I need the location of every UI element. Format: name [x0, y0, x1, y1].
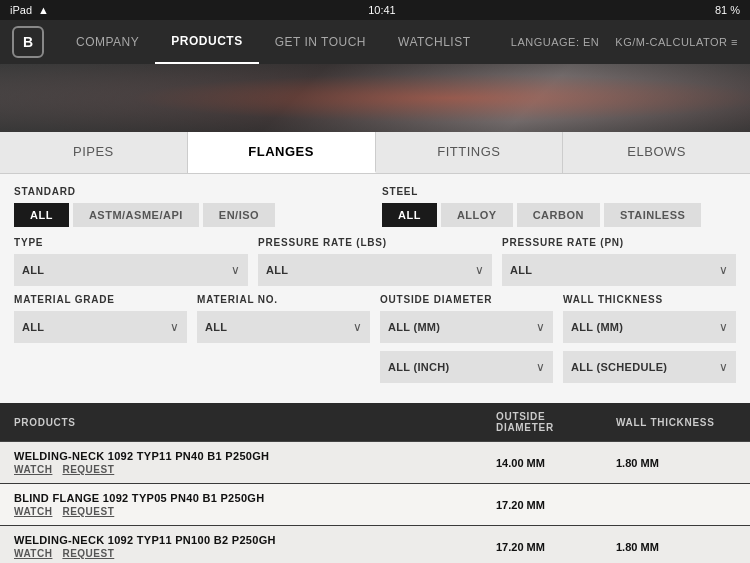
- nav-item-products[interactable]: PRODUCTS: [155, 20, 258, 64]
- material-grade-label: MATERIAL GRADE: [14, 294, 187, 305]
- product-actions-2: WATCH REQUEST: [14, 506, 496, 517]
- standard-buttons: ALL ASTM/ASME/API EN/ISO: [14, 203, 368, 227]
- nav-item-watchlist[interactable]: WATCHLIST: [382, 20, 487, 64]
- outside-diameter-group: OUTSIDE DIAMETER ALL (MM) ∨: [380, 294, 553, 343]
- diameter-2: 17.20 MM: [496, 499, 616, 511]
- row-product-1: WELDING-NECK 1092 TYP11 PN40 B1 P250GH W…: [14, 450, 496, 475]
- watch-btn-3[interactable]: WATCH: [14, 548, 52, 559]
- watch-btn-1[interactable]: WATCH: [14, 464, 52, 475]
- brand-logo[interactable]: B: [12, 26, 44, 58]
- wall-thickness-group: WALL THICKNESS ALL (MM) ∨: [563, 294, 736, 343]
- pressure-lbs-select-wrapper[interactable]: ALL ∨: [258, 254, 492, 286]
- tab-pipes[interactable]: PIPES: [0, 132, 188, 173]
- products-table: PRODUCTS OUTSIDE DIAMETER WALL THICKNESS…: [0, 403, 750, 563]
- nav-bar: B COMPANY PRODUCTS GET IN TOUCH WATCHLIS…: [0, 20, 750, 64]
- steel-label: STEEL: [382, 186, 736, 197]
- standard-label: STANDARD: [14, 186, 368, 197]
- outside-diameter-mm-select[interactable]: ALL (MM): [388, 321, 545, 333]
- row-product-2: BLIND FLANGE 1092 TYP05 PN40 B1 P250GH W…: [14, 492, 496, 517]
- material-grade-select[interactable]: ALL: [22, 321, 179, 333]
- tab-fittings[interactable]: FITTINGS: [376, 132, 564, 173]
- status-bar: iPad ▲ 10:41 81 %: [0, 0, 750, 20]
- standard-eniso-btn[interactable]: EN/ISO: [203, 203, 275, 227]
- steel-alloy-btn[interactable]: ALLOY: [441, 203, 513, 227]
- th-products: PRODUCTS: [14, 417, 496, 428]
- nav-item-get-in-touch[interactable]: GET IN TOUCH: [259, 20, 382, 64]
- material-no-group: MATERIAL NO. ALL ∨: [197, 294, 370, 343]
- type-label: TYPE: [14, 237, 248, 248]
- product-actions-3: WATCH REQUEST: [14, 548, 496, 559]
- pressure-pn-select-wrapper[interactable]: ALL ∨: [502, 254, 736, 286]
- steel-buttons: ALL ALLOY CARBON STAINLESS: [382, 203, 736, 227]
- steel-filter: STEEL ALL ALLOY CARBON STAINLESS: [382, 186, 736, 227]
- outside-diameter-mm-wrapper[interactable]: ALL (MM) ∨: [380, 311, 553, 343]
- standard-astm-btn[interactable]: ASTM/ASME/API: [73, 203, 199, 227]
- nav-items: COMPANY PRODUCTS GET IN TOUCH WATCHLIST: [60, 20, 511, 64]
- outside-diameter-inch-select[interactable]: ALL (INCH): [388, 361, 545, 373]
- nav-item-company[interactable]: COMPANY: [60, 20, 155, 64]
- pressure-lbs-select[interactable]: ALL: [266, 264, 484, 276]
- wall-thickness-schedule-wrapper[interactable]: ALL (SCHEDULE) ∨: [563, 351, 736, 383]
- th-wall-thickness: WALL THICKNESS: [616, 417, 736, 428]
- material-no-label: MATERIAL NO.: [197, 294, 370, 305]
- steel-stainless-btn[interactable]: STAINLESS: [604, 203, 701, 227]
- watch-btn-2[interactable]: WATCH: [14, 506, 52, 517]
- row-product-3: WELDING-NECK 1092 TYP11 PN100 B2 P250GH …: [14, 534, 496, 559]
- th-diameter: OUTSIDE DIAMETER: [496, 411, 616, 433]
- wifi-icon: ▲: [38, 4, 49, 16]
- standard-steel-row: STANDARD ALL ASTM/ASME/API EN/ISO STEEL …: [14, 186, 736, 227]
- time-label: 10:41: [368, 4, 396, 16]
- wall-thickness-mm-select[interactable]: ALL (MM): [571, 321, 728, 333]
- diameter-3: 17.20 MM: [496, 541, 616, 553]
- spacer2: [197, 351, 370, 383]
- wall-3: 1.80 MM: [616, 541, 736, 553]
- table-row: WELDING-NECK 1092 TYP11 PN100 B2 P250GH …: [0, 526, 750, 563]
- spacer1: [14, 351, 187, 383]
- request-btn-2[interactable]: REQUEST: [62, 506, 114, 517]
- tab-flanges[interactable]: FLANGES: [188, 132, 376, 173]
- product-name-3: WELDING-NECK 1092 TYP11 PN100 B2 P250GH: [14, 534, 496, 546]
- outside-diameter-inch-wrapper[interactable]: ALL (INCH) ∨: [380, 351, 553, 383]
- request-btn-1[interactable]: REQUEST: [62, 464, 114, 475]
- pressure-pn-select[interactable]: ALL: [510, 264, 728, 276]
- table-header: PRODUCTS OUTSIDE DIAMETER WALL THICKNESS: [0, 403, 750, 442]
- material-grade-select-wrapper[interactable]: ALL ∨: [14, 311, 187, 343]
- material-grade-group: MATERIAL GRADE ALL ∨: [14, 294, 187, 343]
- type-select[interactable]: ALL: [22, 264, 240, 276]
- product-name-2: BLIND FLANGE 1092 TYP05 PN40 B1 P250GH: [14, 492, 496, 504]
- nav-right: LANGUAGE: EN KG/M-CALCULATOR ≡: [511, 36, 738, 48]
- device-label: iPad: [10, 4, 32, 16]
- request-btn-3[interactable]: REQUEST: [62, 548, 114, 559]
- standard-all-btn[interactable]: ALL: [14, 203, 69, 227]
- product-tabs: PIPES FLANGES FITTINGS ELBOWS: [0, 132, 750, 174]
- diameter-1: 14.00 MM: [496, 457, 616, 469]
- type-filter-group: TYPE ALL ∨: [14, 237, 248, 286]
- pressure-pn-label: PRESSURE RATE (PN): [502, 237, 736, 248]
- pressure-lbs-filter-group: PRESSURE RATE (LBS) ALL ∨: [258, 237, 492, 286]
- table-row: WELDING-NECK 1092 TYP11 PN40 B1 P250GH W…: [0, 442, 750, 484]
- outside-diameter-label: OUTSIDE DIAMETER: [380, 294, 553, 305]
- hero-image: [0, 64, 750, 132]
- status-right: 81 %: [715, 4, 740, 16]
- steel-carbon-btn[interactable]: CARBON: [517, 203, 600, 227]
- material-no-select[interactable]: ALL: [205, 321, 362, 333]
- table-row: BLIND FLANGE 1092 TYP05 PN40 B1 P250GH W…: [0, 484, 750, 526]
- battery-label: 81 %: [715, 4, 740, 16]
- wall-thickness-schedule-group: ALL (SCHEDULE) ∨: [563, 351, 736, 383]
- pressure-lbs-label: PRESSURE RATE (LBS): [258, 237, 492, 248]
- wall-thickness-schedule-select[interactable]: ALL (SCHEDULE): [571, 361, 728, 373]
- wall-1: 1.80 MM: [616, 457, 736, 469]
- material-no-select-wrapper[interactable]: ALL ∨: [197, 311, 370, 343]
- filters-panel: STANDARD ALL ASTM/ASME/API EN/ISO STEEL …: [0, 174, 750, 403]
- kg-calculator[interactable]: KG/M-CALCULATOR ≡: [615, 36, 738, 48]
- status-left: iPad ▲: [10, 4, 49, 16]
- material-diameter-row: MATERIAL GRADE ALL ∨ MATERIAL NO. ALL ∨ …: [14, 294, 736, 343]
- language-selector[interactable]: LANGUAGE: EN: [511, 36, 600, 48]
- steel-all-btn[interactable]: ALL: [382, 203, 437, 227]
- product-actions-1: WATCH REQUEST: [14, 464, 496, 475]
- standard-filter: STANDARD ALL ASTM/ASME/API EN/ISO: [14, 186, 368, 227]
- wall-thickness-label: WALL THICKNESS: [563, 294, 736, 305]
- wall-thickness-mm-wrapper[interactable]: ALL (MM) ∨: [563, 311, 736, 343]
- type-select-wrapper[interactable]: ALL ∨: [14, 254, 248, 286]
- tab-elbows[interactable]: ELBOWS: [563, 132, 750, 173]
